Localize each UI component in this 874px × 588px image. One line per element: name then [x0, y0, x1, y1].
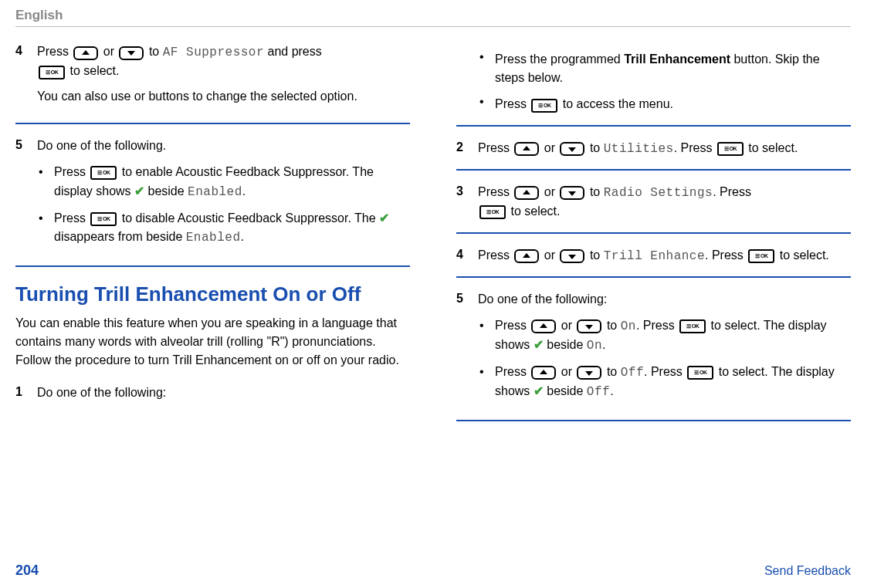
menu-item-utilities: Utilities [604, 142, 674, 156]
bullet-item: • Press to access the menu. [478, 95, 851, 114]
menu-ok-icon [90, 212, 117, 226]
text: Press [478, 141, 513, 154]
down-arrow-icon [560, 186, 584, 200]
text: Press [37, 45, 72, 58]
bullet-item: • Press to disable Acoustic Feedback Sup… [37, 209, 410, 248]
text: . Press [644, 365, 686, 378]
text: to select. [780, 248, 829, 262]
step-1-left: 1 Do one of the following: [15, 384, 410, 408]
bullet-body: Press or to On. Press to select. The dis… [495, 316, 851, 355]
text: . Press [713, 185, 751, 198]
step-divider [456, 276, 851, 278]
up-arrow-icon [514, 249, 539, 263]
bullet-body: Press to enable Acoustic Feedback Suppre… [54, 163, 410, 201]
step-divider [456, 232, 851, 234]
menu-item-enabled: Enabled [188, 185, 242, 199]
menu-ok-icon [479, 205, 506, 219]
menu-ok-icon [679, 319, 706, 333]
text: to disable Acoustic Feedback Suppressor.… [122, 211, 379, 225]
page-header-language: English [15, 8, 851, 23]
bold-text: Trill Enhancement [624, 52, 730, 66]
step-divider [15, 123, 410, 124]
menu-item-on: On [587, 339, 602, 353]
bullet-marker: • [478, 363, 495, 401]
text: Do one of the following. [37, 137, 410, 155]
text: or [561, 319, 576, 332]
text: or [544, 248, 559, 262]
text: to [607, 365, 621, 378]
text: Do one of the following: [37, 384, 410, 402]
up-arrow-icon [514, 186, 539, 200]
page-footer: 204 Send Feedback [15, 563, 851, 579]
step-divider [456, 420, 851, 421]
text: Press [478, 185, 513, 198]
text: beside [148, 184, 188, 198]
bullet-item: • Press or to On. Press to select. The d… [478, 316, 851, 355]
step-body: Do one of the following. • Press to enab… [37, 137, 410, 255]
step-body: Do one of the following: [37, 384, 410, 408]
menu-item-off: Off [587, 385, 610, 399]
send-feedback-link[interactable]: Send Feedback [764, 564, 851, 578]
menu-item-af-suppressor: AF Suppressor [163, 46, 264, 59]
text: to [149, 45, 163, 58]
text: . Press [636, 319, 678, 332]
down-arrow-icon [577, 319, 601, 333]
step-1-continuation: • Press the programmed Trill Enhancement… [456, 50, 851, 114]
step-body: Press or to Radio Settings. Press to sel… [478, 183, 851, 221]
step-number: 5 [15, 137, 37, 255]
step-number: 3 [456, 183, 478, 221]
up-arrow-icon [73, 46, 98, 60]
text: . [240, 230, 243, 243]
bullet-body: Press or to Off. Press to select. The di… [495, 363, 851, 401]
text: . [602, 338, 605, 351]
menu-item-enabled: Enabled [186, 231, 241, 245]
step-3-right: 3 Press or to Radio Settings. Press to s… [456, 183, 851, 221]
up-arrow-icon [531, 319, 556, 333]
menu-item-off: Off [621, 366, 644, 380]
down-arrow-icon [560, 142, 584, 156]
text: disappears from beside [54, 230, 186, 243]
bullet-marker: • [478, 316, 495, 355]
bullet-marker: • [37, 209, 54, 248]
step-number: 4 [456, 246, 478, 265]
step-body: Press or to AF Suppressor and press to s… [37, 42, 410, 112]
down-arrow-icon [577, 366, 601, 380]
text: . Press [705, 248, 747, 262]
menu-item-on: On [621, 319, 636, 333]
bullet-marker: • [478, 95, 495, 114]
step-divider [456, 169, 851, 171]
bullet-item: • Press to enable Acoustic Feedback Supp… [37, 163, 410, 201]
bullet-marker: • [478, 50, 495, 87]
step-number: 2 [456, 139, 478, 158]
step-number: 4 [15, 42, 37, 112]
step-4-right: 4 Press or to Trill Enhance. Press to se… [456, 246, 851, 265]
step-body: Do one of the following: • Press or to O… [478, 290, 851, 409]
check-icon: ✔ [379, 211, 389, 225]
text: beside [547, 384, 587, 397]
header-divider [15, 26, 851, 27]
step-divider [456, 125, 851, 127]
text: Press the programmed [495, 52, 624, 66]
up-arrow-icon [531, 366, 556, 380]
text: Press [495, 365, 530, 378]
text: or [544, 185, 559, 198]
step-2-right: 2 Press or to Utilities. Press to select… [456, 139, 851, 158]
step-number: 5 [456, 290, 478, 409]
text: Press [495, 97, 530, 110]
text: or [561, 365, 576, 378]
menu-item-trill-enhance: Trill Enhance [604, 249, 705, 263]
bullet-body: Press to access the menu. [495, 95, 851, 114]
text: Press [54, 165, 89, 178]
text: or [544, 141, 559, 154]
check-icon: ✔ [134, 184, 144, 198]
menu-ok-icon [748, 249, 774, 263]
menu-ok-icon [39, 66, 65, 79]
bullet-item: • Press or to Off. Press to select. The … [478, 363, 851, 401]
bullet-body: Press the programmed Trill Enhancement b… [495, 50, 851, 87]
right-column: • Press the programmed Trill Enhancement… [456, 42, 851, 434]
text: to [607, 319, 621, 332]
content-columns: 4 Press or to AF Suppressor and press to… [15, 42, 851, 434]
step-4-left: 4 Press or to AF Suppressor and press to… [15, 42, 410, 112]
menu-ok-icon [90, 166, 117, 180]
menu-ok-icon [717, 142, 744, 156]
